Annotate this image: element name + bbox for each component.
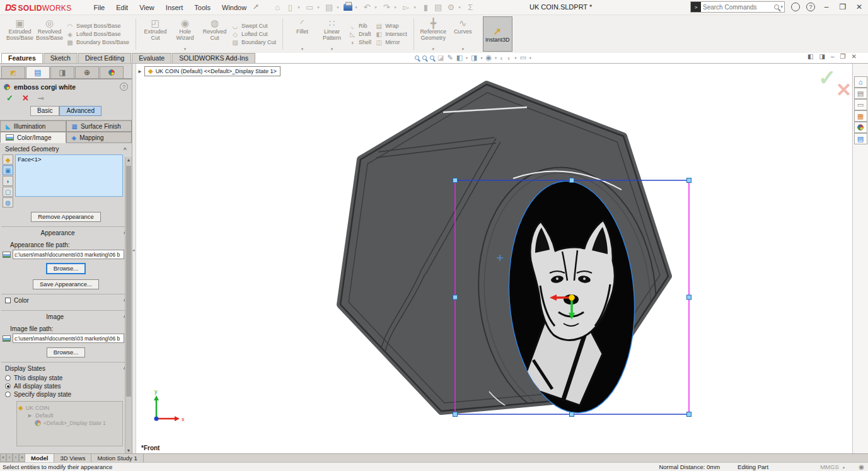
taskpane-design-library-button[interactable]: ▤ <box>854 88 867 99</box>
save-caret-icon[interactable]: ▾ <box>337 5 341 10</box>
taskpane-home-button[interactable]: ⌂ <box>854 76 867 88</box>
reference-geometry-caret-icon[interactable]: ▾ <box>432 47 434 52</box>
wrap-button[interactable]: ▤Wrap <box>375 23 407 30</box>
tab-features[interactable]: Features <box>1 53 43 63</box>
graphics-viewport[interactable]: ► ◆ UK COIN (Default) <<Default>_Display… <box>136 64 852 453</box>
doc-restore-button[interactable]: ❐ <box>840 53 845 60</box>
rib-button[interactable]: ◟Rib <box>349 23 371 30</box>
equations-sigma-icon[interactable]: Σ <box>465 3 475 12</box>
shell-button[interactable]: ◖Shell <box>349 39 371 46</box>
swept-boss-base-button[interactable]: ◠Swept Boss/Base <box>66 23 129 30</box>
curves-caret-icon[interactable]: ▾ <box>461 47 464 52</box>
save-appearance-button[interactable]: Save Appearance... <box>33 279 99 289</box>
view-orientation-icon[interactable]: ◧ <box>456 54 463 62</box>
help-icon[interactable]: ? <box>806 3 815 11</box>
splitter-arrow-icon[interactable]: ◂ <box>132 248 135 253</box>
hole-wizard-caret-icon[interactable]: ▾ <box>184 47 187 52</box>
options-caret-icon[interactable]: ▾ <box>458 5 463 10</box>
taskpane-file-explorer-button[interactable]: ▭ <box>854 99 867 110</box>
undo-icon[interactable]: ↶ <box>362 3 372 12</box>
revolved-boss-base-button[interactable]: ◎ RevolvedBoss/Base <box>35 16 64 52</box>
menu-edit[interactable]: Edit <box>110 2 134 13</box>
extruded-cut-button[interactable]: ◰ ExtrudedCut <box>141 16 170 52</box>
tab-sketch[interactable]: Sketch <box>43 53 78 63</box>
taskpane-custom-properties-button[interactable]: ▤ <box>854 133 867 144</box>
previous-view-icon[interactable] <box>430 55 434 60</box>
units-caret-icon[interactable]: ▴ <box>843 465 845 470</box>
radio-button-selected[interactable] <box>5 383 11 389</box>
reference-geometry-button[interactable]: ╋ ReferenceGeometry ▾ <box>419 16 448 52</box>
panel-scrollbar[interactable]: ▲ ▼ <box>125 157 132 453</box>
search-input[interactable] <box>701 4 774 11</box>
image-file-path-input[interactable] <box>13 334 124 343</box>
display-style-icon[interactable]: ◨ <box>471 54 477 62</box>
remove-appearance-button[interactable]: Remove Appearance <box>31 212 101 222</box>
lofted-cut-button[interactable]: ◇Lofted Cut <box>231 31 276 38</box>
menu-insert[interactable]: Insert <box>160 2 189 13</box>
filter-part-button[interactable]: ◆ <box>3 154 13 165</box>
advanced-mode-button[interactable]: Advanced <box>59 106 101 116</box>
radio-button[interactable] <box>5 392 11 397</box>
section-view-icon[interactable]: ◪ <box>437 54 444 62</box>
open-caret-icon[interactable]: ▾ <box>317 5 321 10</box>
display-states-header[interactable]: Display States ^ <box>0 363 132 374</box>
pane-split-left-icon[interactable]: ◧ <box>807 53 813 60</box>
tab-illumination[interactable]: ◣Illumination <box>0 120 66 132</box>
scrollbar-thumb[interactable] <box>126 166 131 397</box>
tab-color-image[interactable]: Color/Image <box>0 132 66 143</box>
linear-pattern-button[interactable]: ∷ LinearPattern ▾ <box>317 16 347 52</box>
lofted-boss-base-button[interactable]: ◈Lofted Boss/Base <box>66 31 129 38</box>
selection-handle[interactable] <box>453 412 458 417</box>
menu-tools[interactable]: Tools <box>188 2 216 13</box>
selection-handle[interactable] <box>453 295 458 299</box>
radio-specify-display-state[interactable]: Specify display state <box>0 390 132 398</box>
zoom-to-fit-icon[interactable] <box>415 55 419 60</box>
search-commands-box[interactable]: > ▾ <box>690 1 785 13</box>
view-orientation-caret-icon[interactable]: ▾ <box>466 55 468 60</box>
ok-button[interactable]: ✓ <box>6 93 13 103</box>
doc-minimize-button[interactable]: – <box>831 53 835 60</box>
model-canvas[interactable]: y x <box>136 64 852 453</box>
extruded-boss-base-button[interactable]: ▣ ExtrudedBoss/Base <box>5 16 35 52</box>
doc-close-button[interactable]: ✕ <box>851 53 856 60</box>
manipulator-origin-handle[interactable] <box>569 295 575 301</box>
nav-first-button[interactable]: « <box>0 454 6 462</box>
selected-geometry-header[interactable]: Selected Geometry ^ <box>0 143 132 154</box>
image-browse-button[interactable]: Browse... <box>47 347 86 358</box>
print-caret-icon[interactable]: ▾ <box>355 5 359 10</box>
app-restore-button[interactable]: ❐ <box>838 3 848 11</box>
zoom-to-area-icon[interactable] <box>422 55 427 60</box>
radio-button[interactable] <box>5 375 11 381</box>
cancel-button[interactable]: ✕ <box>22 93 29 103</box>
tab-solidworks-add-ins[interactable]: SOLIDWORKS Add-Ins <box>172 53 255 63</box>
user-account-icon[interactable] <box>791 3 800 11</box>
filter-feature-button[interactable]: ◍ <box>3 197 13 207</box>
keep-visible-pin-icon[interactable]: ⊸ <box>38 94 44 103</box>
file-properties-icon[interactable]: ▤ <box>433 3 443 12</box>
tab-configuration-manager[interactable]: ◨ <box>50 66 74 78</box>
confirmation-accept-icon[interactable]: ✓ <box>818 65 836 90</box>
search-caret-icon[interactable]: ▾ <box>780 4 783 9</box>
mirror-button[interactable]: ◫Mirror <box>375 39 407 46</box>
app-minimize-button[interactable]: – <box>821 3 831 11</box>
display-style-caret-icon[interactable]: ▾ <box>480 55 482 60</box>
selected-geometry-list[interactable]: Face<1> <box>15 154 123 197</box>
selection-handle[interactable] <box>570 412 574 417</box>
save-icon[interactable]: ▤ <box>324 3 334 12</box>
search-icon[interactable] <box>774 4 779 9</box>
pane-split-right-icon[interactable]: ◨ <box>819 53 825 60</box>
hole-wizard-button[interactable]: ◉ HoleWizard ▾ <box>170 16 200 52</box>
new-caret-icon[interactable]: ▾ <box>298 5 302 10</box>
edit-appearance-icon[interactable]: ◐ <box>500 54 504 62</box>
boundary-cut-button[interactable]: ▨Boundary Cut <box>231 39 276 46</box>
instant3d-button[interactable]: ↗ Instant3D <box>483 16 512 52</box>
color-checkbox[interactable] <box>5 298 11 303</box>
basic-mode-button[interactable]: Basic <box>30 106 59 116</box>
nav-next-button[interactable]: › <box>13 454 19 462</box>
radio-all-display-states[interactable]: All display states <box>0 382 132 390</box>
apply-scene-icon[interactable]: ◐ <box>507 54 512 62</box>
selection-handle[interactable] <box>453 178 458 183</box>
touch-mode-icon[interactable]: ▮ <box>420 3 431 12</box>
open-icon[interactable]: ▭ <box>304 3 315 12</box>
tab-mapping[interactable]: ◈Mapping <box>66 132 132 143</box>
